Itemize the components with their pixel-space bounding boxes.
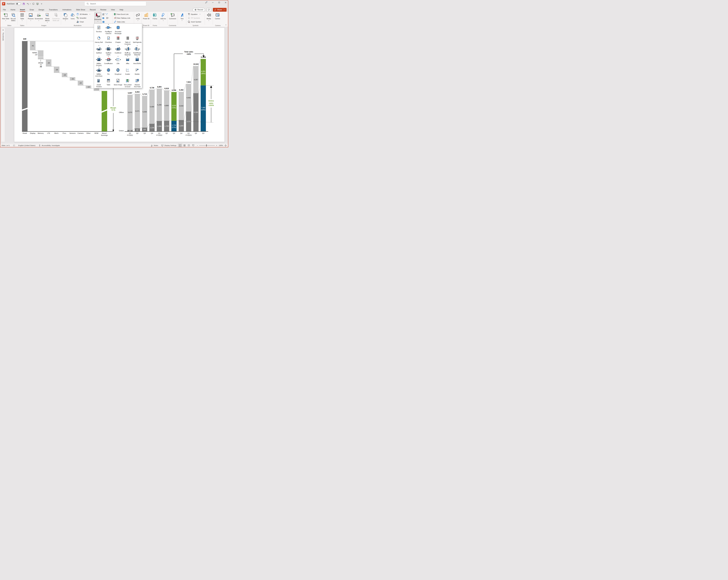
new-slide-button[interactable]: New Slide▾	[2, 12, 9, 22]
wf-bar-bom[interactable]	[94, 88, 99, 91]
share-button[interactable]: Share ▾	[213, 8, 227, 11]
cameo-button[interactable]: P Cameo	[214, 12, 221, 20]
zoom-slider[interactable]	[199, 145, 215, 146]
elements-menu-item-linechart[interactable]: ▲◀▶▼Line	[113, 56, 123, 67]
text-align-icon[interactable]: A	[102, 13, 105, 16]
elements-menu-item-harvey[interactable]: Harvey Ball	[94, 35, 104, 45]
elements-menu-item-splitagenda[interactable]: Split Agenda	[132, 35, 142, 45]
search-input[interactable]	[90, 3, 142, 5]
menu-tab-insert[interactable]: Insert	[20, 8, 25, 11]
elements-menu-item-checkbox[interactable]: Checkbox	[104, 35, 113, 45]
insert-symbol-button[interactable]: Insert Symbol	[188, 21, 201, 23]
wf-bar-dram[interactable]	[38, 57, 43, 59]
menu-tab-review[interactable]: Review	[100, 8, 107, 11]
undo-chevron-icon[interactable]: ▾	[30, 3, 31, 4]
elements-menu-item-buildup[interactable]: ▲◀▶▼Build-up Waterfall	[123, 45, 132, 56]
forms-button[interactable]: F Forms	[152, 12, 158, 20]
notes-button[interactable]: Notes	[149, 143, 160, 147]
elements-menu-item-pie[interactable]: Pie	[104, 67, 113, 77]
elements-button[interactable]: Elements▾	[94, 12, 101, 24]
spellcheck-button[interactable]	[11, 143, 17, 147]
elements-menu-item-combination[interactable]: ▲◀▶▼Combination	[104, 56, 113, 67]
text-button[interactable]: Text▾	[179, 12, 185, 22]
reading-view-button[interactable]	[187, 143, 191, 147]
menu-tab-file[interactable]: File	[3, 8, 6, 11]
normal-view-button[interactable]	[178, 143, 182, 147]
display-settings-button[interactable]: Display Settings	[160, 143, 178, 147]
customize-toolbar-icon[interactable]	[40, 2, 43, 5]
screenshot-button[interactable]: Screenshot▾	[34, 12, 43, 22]
zoom-level[interactable]: 108%	[217, 144, 223, 146]
power-bi-button[interactable]: Power BI	[142, 12, 150, 20]
menu-tab-record[interactable]: Record	[89, 8, 96, 11]
reuse-slides-button[interactable]: Re-use Slides	[9, 12, 17, 22]
elements-menu-item-roundrect[interactable]: Rounded Rectangle	[113, 24, 123, 35]
menu-tab-design[interactable]: Design	[38, 8, 45, 11]
zoom-slider-handle[interactable]	[206, 144, 207, 147]
start-presentation-icon[interactable]	[36, 2, 39, 5]
slideshow-view-button[interactable]	[191, 143, 196, 147]
zoom-in-button[interactable]: +	[216, 144, 217, 147]
elements-menu-item-bubble[interactable]: Bubble	[132, 67, 142, 77]
thumbnails-pane[interactable]: ❯ Thumbnails	[1, 28, 5, 142]
elements-menu-item-scatter[interactable]: Scatter	[123, 67, 132, 77]
menu-tab-draw[interactable]: Draw	[29, 8, 34, 11]
slide-sorter-view-button[interactable]	[182, 143, 187, 147]
elements-menu-item-clustered[interactable]: ▲◀▶▼Clustered	[113, 45, 123, 56]
menu-tab-transitions[interactable]: Transitions	[49, 8, 58, 11]
elements-menu-item-textexcel[interactable]: XText Linked to Excel	[123, 77, 132, 88]
bar-online-6[interactable]	[172, 121, 177, 131]
elements-menu-item-doughnut[interactable]: Doughnut	[113, 67, 123, 77]
new-excel-link-button[interactable]: X New Excel Link	[114, 13, 130, 16]
menu-tab-home[interactable]: Home	[10, 8, 16, 11]
feedback-pen-icon[interactable]	[205, 1, 208, 4]
menu-tab-help[interactable]: Help	[119, 8, 124, 11]
elements-menu-item-pentagon[interactable]: ▲◀▶▼Pentagon/ Chevron	[104, 24, 113, 35]
equation-button[interactable]: Equation▾	[188, 13, 201, 16]
menu-tab-slide-show[interactable]: Slide Show	[76, 8, 85, 11]
elements-menu-item-mekkounit[interactable]: ▲◀▶▼Mekko (Unit Axis)	[94, 67, 104, 77]
elements-menu-item-area[interactable]: ▲▼Area	[123, 56, 132, 67]
elements-menu-item-gantt[interactable]: Gantt/ Timeline	[94, 77, 104, 88]
minimize-icon[interactable]	[211, 1, 214, 4]
menu-tab-view[interactable]: View	[111, 8, 115, 11]
photo-album-button[interactable]: Photo Album▾	[44, 12, 51, 23]
elements-menu-item-stacked100[interactable]: ▲◀▶▼Stacked 100%	[104, 45, 113, 56]
3d-models-button[interactable]: 3D Models▾	[76, 13, 90, 16]
close-icon[interactable]	[224, 1, 227, 4]
accessibility-button[interactable]: Accessibility: Investigate	[37, 143, 61, 147]
elements-menu-item-stockimage[interactable]: Stock Image	[113, 77, 123, 88]
table-button[interactable]: Table▾	[19, 12, 26, 22]
comments-button[interactable]	[207, 8, 211, 11]
menu-tab-animations[interactable]: Animations	[62, 8, 72, 11]
list-tool-icon[interactable]	[105, 17, 110, 20]
elements-menu-item-area100[interactable]: ▲▼Area 100%	[132, 56, 142, 67]
links-button[interactable]: Links▾	[135, 12, 141, 22]
search-bar[interactable]	[84, 1, 146, 6]
elements-menu-item-textbox[interactable]: AText Box	[94, 24, 104, 35]
elements-menu-item-namedfield[interactable]: ANamed Text Field	[132, 77, 142, 88]
rounded-rect-tool-icon[interactable]	[102, 21, 105, 24]
elements-menu-item-builddown[interactable]: ▲◀▶▼Build-down Waterfall	[132, 45, 142, 56]
smartart-button[interactable]: SmartArt	[76, 17, 90, 19]
pentagon-tool-icon[interactable]	[102, 17, 105, 20]
zoom-out-button[interactable]: −	[197, 144, 198, 147]
redo-icon[interactable]	[32, 2, 35, 5]
pictures-button[interactable]: Pictures▾	[27, 12, 34, 22]
record-button[interactable]: Record	[192, 8, 205, 11]
icons-button[interactable]: Icons	[70, 12, 76, 20]
elements-menu-item-toc[interactable]: Table of Contents	[123, 35, 132, 45]
maximize-icon[interactable]	[218, 1, 220, 4]
elements-menu-item-chapter[interactable]: Chapter	[113, 35, 123, 45]
comment-button[interactable]: Comment	[168, 12, 177, 20]
chart-button[interactable]: Chart	[76, 21, 90, 23]
language-button[interactable]: English (United States)	[17, 143, 37, 147]
collapse-ribbon-icon[interactable]: ▾	[226, 24, 226, 26]
save-icon[interactable]	[22, 2, 25, 5]
autosave-toggle[interactable]	[16, 3, 21, 5]
undo-icon[interactable]	[26, 2, 29, 5]
media-button[interactable]: Media▾	[206, 12, 212, 22]
wf-bar-nand[interactable]	[38, 50, 43, 57]
fit-to-window-icon[interactable]	[224, 144, 227, 147]
add-ins-button[interactable]: Add-ins▾	[160, 12, 166, 22]
